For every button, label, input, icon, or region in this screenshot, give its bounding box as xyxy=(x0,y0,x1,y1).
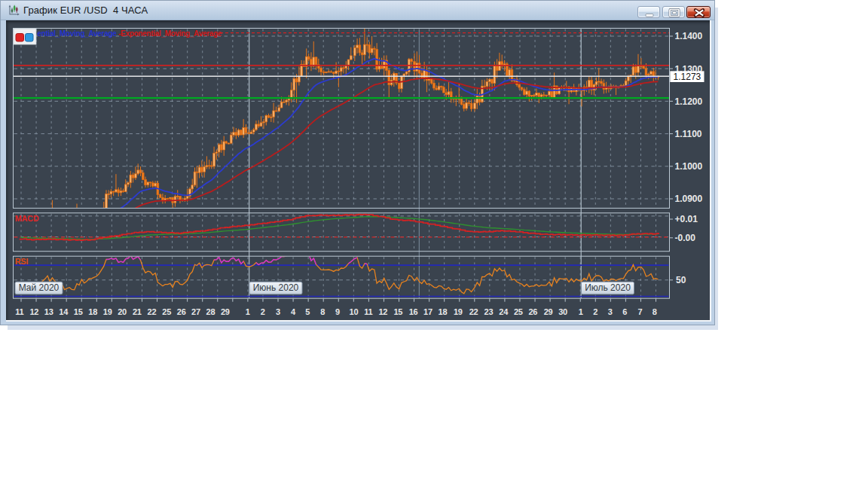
candle-body xyxy=(628,77,630,81)
indicator-legend: ential_Moving_Average-Exponential_Moving… xyxy=(14,29,222,44)
candle-body xyxy=(258,124,260,127)
candle-body xyxy=(139,170,142,173)
candle-body xyxy=(29,225,32,229)
candle-body xyxy=(411,59,413,62)
ema-fast-line xyxy=(20,59,658,227)
candle-body xyxy=(96,222,98,223)
candle-body xyxy=(343,68,345,69)
candle-body xyxy=(41,222,44,227)
candle-body xyxy=(478,96,481,102)
candle-body xyxy=(466,102,468,108)
candle-body xyxy=(509,70,511,76)
candle-body xyxy=(366,44,368,45)
candle-body xyxy=(194,172,196,185)
candle-body xyxy=(634,67,637,72)
candle-body xyxy=(315,57,317,65)
rsi-line xyxy=(20,251,658,294)
candle-body xyxy=(230,135,232,143)
candle-body xyxy=(100,215,102,220)
candle-body xyxy=(215,152,218,153)
candle-body xyxy=(124,185,127,191)
candle-body xyxy=(267,116,270,117)
candle-body xyxy=(149,182,151,183)
candle-body xyxy=(307,56,310,59)
candle-body xyxy=(142,172,144,179)
candle-body xyxy=(102,209,105,215)
month-box-label: Май 2020 xyxy=(19,282,60,293)
candle-body xyxy=(22,224,24,225)
candle-body xyxy=(645,69,647,75)
date-label: 28 xyxy=(206,307,215,316)
candle-body xyxy=(198,167,200,172)
candle-body xyxy=(470,103,472,108)
candle-body xyxy=(440,86,442,87)
candle-body xyxy=(61,227,63,227)
date-label: 8 xyxy=(320,307,325,316)
candle-body xyxy=(416,63,418,71)
candle-body xyxy=(518,84,521,87)
candlestick-series xyxy=(20,26,659,240)
date-label: 29 xyxy=(221,307,230,316)
candle-body xyxy=(298,77,301,82)
candle-body xyxy=(243,128,245,135)
candle-body xyxy=(90,225,93,226)
candle-body xyxy=(496,66,498,71)
month-markers: Май 2020Июнь 2020Июль 2020 xyxy=(15,282,634,294)
candle-body xyxy=(179,197,182,200)
candle-body xyxy=(488,79,491,81)
candle-body xyxy=(120,191,122,193)
date-label: 4 xyxy=(291,307,296,316)
date-label: 18 xyxy=(439,307,448,316)
candle-body xyxy=(428,79,430,81)
candle-body xyxy=(196,172,198,172)
candle-body xyxy=(154,183,157,186)
candle-body xyxy=(388,70,390,84)
candle-body xyxy=(293,79,295,90)
candle-body xyxy=(463,105,465,108)
candle-body xyxy=(53,218,56,222)
candle-body xyxy=(625,81,627,85)
price-axis-label: 1.1400 xyxy=(675,31,703,41)
candle-body xyxy=(538,93,540,97)
candle-body xyxy=(105,194,108,209)
candle-body xyxy=(436,88,438,90)
candle-body xyxy=(546,95,548,96)
chart-canvas[interactable]: ential_Moving_Average-Exponential_Moving… xyxy=(0,0,868,488)
candle-body xyxy=(137,170,139,174)
candle-body xyxy=(530,96,533,96)
candle-body xyxy=(368,45,371,53)
candle-body xyxy=(347,59,350,65)
date-label: 11 xyxy=(15,307,23,316)
candle-body xyxy=(39,224,41,227)
candle-body xyxy=(273,111,275,117)
candle-body xyxy=(245,128,247,133)
candle-body xyxy=(151,183,154,186)
candle-body xyxy=(208,166,210,166)
candle-body xyxy=(601,81,603,84)
date-label: 1 xyxy=(246,307,250,316)
date-label: 6 xyxy=(622,307,627,316)
date-label: 20 xyxy=(118,307,127,316)
date-axis: 1112131415181920212225262728291234589101… xyxy=(15,307,657,316)
date-label: 21 xyxy=(133,307,142,316)
month-box-label: Июль 2020 xyxy=(585,282,631,293)
date-label: 29 xyxy=(544,307,553,316)
candle-body xyxy=(170,197,172,198)
candle-body xyxy=(338,71,340,72)
rsi-overbought-segment xyxy=(349,258,358,264)
legend-ema-blue: ential_Moving_Average xyxy=(38,29,118,38)
date-label: 8 xyxy=(653,307,657,316)
candle-body xyxy=(371,48,373,53)
candle-body xyxy=(248,133,250,133)
candle-body xyxy=(235,133,237,136)
date-label: 19 xyxy=(454,307,463,316)
candle-body xyxy=(533,96,535,96)
candle-body xyxy=(364,44,366,55)
month-box-label: Июнь 2020 xyxy=(253,282,299,293)
candle-body xyxy=(66,233,69,234)
rsi-overbought-segment xyxy=(214,258,243,264)
date-label: 10 xyxy=(349,307,358,316)
date-label: 12 xyxy=(378,307,387,316)
candle-body xyxy=(255,124,258,130)
rsi-overbought-segment xyxy=(365,264,367,264)
